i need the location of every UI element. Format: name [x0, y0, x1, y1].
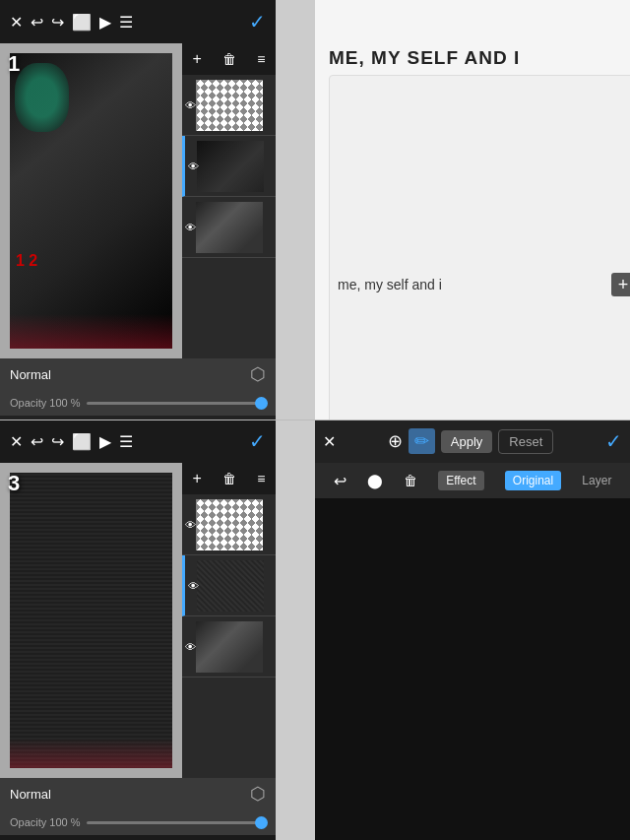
q1-blend-icon[interactable]: ⬡: [250, 363, 266, 385]
q1-menu-icon[interactable]: ☰: [119, 13, 133, 32]
q3-redo-icon[interactable]: ↪: [51, 432, 64, 451]
q1-blend-row: Normal ⬡: [0, 358, 276, 390]
q1-undo-icon[interactable]: ↩: [31, 13, 43, 32]
q4-apply-button[interactable]: Apply: [441, 430, 493, 453]
q1-topbar-left: ✕ ↩ ↪ ⬜ ▶ ☰: [10, 13, 133, 32]
q1-main-area: 1 1 2 + 🗑 ≡ 👁 👁 👁: [0, 43, 276, 358]
q3-undo-icon[interactable]: ↩: [31, 432, 43, 451]
q3-canvas-image: [10, 473, 172, 768]
q3-layer-3-thumb: [196, 621, 263, 673]
quadrant-4: ✕ ⊕ ✏ Apply Reset ✓ ↩ ⬤ 🗑 Effect Origina…: [315, 420, 630, 840]
q1-layer-3-thumb: [196, 202, 263, 253]
q1-layer-1-thumb: [196, 80, 263, 131]
q2-add-button[interactable]: +: [611, 273, 630, 296]
q3-menu-icon[interactable]: ☰: [119, 432, 133, 451]
q4-brush-icon[interactable]: ✏: [409, 428, 435, 454]
q3-delete-layer-icon[interactable]: 🗑: [222, 471, 236, 486]
q1-layer-panel: + 🗑 ≡ 👁 👁 👁: [182, 43, 276, 358]
q3-crop-icon[interactable]: ⬜: [72, 432, 92, 451]
q1-layers-toolbar: + 🗑 ≡: [182, 43, 276, 75]
q3-layer-1[interactable]: 👁: [182, 494, 276, 555]
q3-step-label: 3: [8, 471, 20, 496]
quadrant-2: ‹ P PicsArt Fonts 🛒 ✓ ME, MY SELF AND I …: [315, 0, 630, 420]
q1-blend-mode-label: Normal: [10, 367, 51, 382]
q1-play-icon[interactable]: ▶: [99, 13, 111, 32]
q3-layers-toolbar: + 🗑 ≡: [182, 463, 276, 494]
q3-topbar-right: ✓: [249, 429, 266, 453]
q3-layer-3[interactable]: 👁: [182, 616, 276, 678]
q3-blend-mode-label: Normal: [10, 787, 51, 802]
q3-bottom-toolbar: ⬜ ✏ ◉ ✛ A △ 📄 ≡: [0, 835, 276, 840]
q1-close-icon[interactable]: ✕: [10, 13, 23, 32]
q3-layer-1-thumb: [196, 499, 263, 550]
q1-layer-menu-icon[interactable]: ≡: [257, 51, 265, 67]
quadrant-3: ✕ ↩ ↪ ⬜ ▶ ☰ ✓ 3 + 🗑 ≡ 👁: [0, 420, 276, 840]
q1-opacity-thumb[interactable]: [255, 397, 268, 410]
q1-opacity-row: Opacity 100 %: [0, 390, 276, 416]
q3-blend-row: Normal ⬡: [0, 778, 276, 809]
q3-canvas[interactable]: 3: [0, 463, 182, 778]
q3-layer-3-eye[interactable]: 👁: [185, 641, 196, 653]
q1-crop-icon[interactable]: ⬜: [72, 13, 92, 32]
q3-layer-2-eye[interactable]: 👁: [188, 580, 199, 592]
q3-play-icon[interactable]: ▶: [99, 432, 111, 451]
row-divider: [0, 420, 630, 420]
q1-layer-2-eye[interactable]: 👁: [188, 161, 199, 172]
q1-layer-3[interactable]: 👁: [182, 197, 276, 258]
q3-close-icon[interactable]: ✕: [10, 432, 23, 451]
q3-opacity-slider[interactable]: [87, 821, 266, 824]
q4-tools-row: ↩ ⬤ 🗑 Effect Original Layer: [315, 463, 630, 498]
q1-check-icon[interactable]: ✓: [249, 10, 266, 33]
q3-layer-2[interactable]: 👁: [182, 555, 276, 616]
q3-layer-1-eye[interactable]: 👁: [185, 519, 196, 531]
q3-layer-panel: + 🗑 ≡ 👁 👁 👁: [182, 463, 276, 778]
q4-layer-label[interactable]: Layer: [582, 474, 611, 487]
q4-effect-button[interactable]: Effect: [438, 471, 483, 490]
q4-circle-tool[interactable]: ⬤: [367, 473, 383, 488]
q1-opacity-slider[interactable]: [87, 402, 266, 405]
q1-layer-2[interactable]: 👁: [182, 136, 276, 197]
q4-original-button[interactable]: Original: [505, 471, 561, 490]
q3-topbar: ✕ ↩ ↪ ⬜ ▶ ☰ ✓: [0, 420, 276, 463]
q3-opacity-thumb[interactable]: [255, 816, 268, 829]
q3-opacity-row: Opacity 100 %: [0, 809, 276, 835]
q3-check-icon[interactable]: ✓: [249, 429, 266, 453]
q1-topbar: ✕ ↩ ↪ ⬜ ▶ ☰ ✓: [0, 0, 276, 43]
q3-layer-2-thumb: [197, 560, 264, 612]
q1-layer-3-eye[interactable]: 👁: [185, 222, 196, 233]
q1-step-nums: 1 2: [16, 252, 37, 270]
q1-canvas[interactable]: 1 1 2: [0, 43, 182, 358]
q3-layer-menu-icon[interactable]: ≡: [257, 471, 265, 486]
q3-opacity-label: Opacity 100 %: [10, 816, 81, 828]
q1-delete-layer-icon[interactable]: 🗑: [222, 51, 236, 67]
q3-blend-icon[interactable]: ⬡: [250, 783, 266, 805]
q4-locate-icon[interactable]: ⊕: [388, 430, 403, 452]
q1-opacity-label: Opacity 100 %: [10, 397, 81, 409]
q4-reset-button[interactable]: Reset: [498, 429, 553, 454]
q1-redo-icon[interactable]: ↪: [51, 13, 64, 32]
q2-main-title: ME, MY SELF AND I: [315, 43, 630, 69]
q1-layer-2-thumb: [197, 141, 264, 192]
q4-check-icon[interactable]: ✓: [605, 429, 622, 453]
q1-step-label: 1: [8, 51, 20, 77]
q4-delete-icon[interactable]: 🗑: [404, 473, 417, 488]
quadrant-1: ✕ ↩ ↪ ⬜ ▶ ☰ ✓ 1 1 2 + 🗑 ≡ 👁: [0, 0, 276, 420]
q4-topbar-tools: ⊕ ✏ Apply Reset: [388, 428, 554, 454]
q4-undo-icon[interactable]: ↩: [334, 472, 346, 490]
q4-close-icon[interactable]: ✕: [323, 432, 336, 451]
q3-add-layer-icon[interactable]: +: [193, 470, 202, 487]
q1-add-layer-icon[interactable]: +: [193, 50, 202, 68]
q3-main-area: 3 + 🗑 ≡ 👁 👁 👁: [0, 463, 276, 778]
q1-canvas-image: [10, 53, 172, 349]
q3-topbar-left: ✕ ↩ ↪ ⬜ ▶ ☰: [10, 432, 133, 451]
q1-layer-1[interactable]: 👁: [182, 75, 276, 136]
q1-layer-1-eye[interactable]: 👁: [185, 99, 196, 111]
q4-topbar: ✕ ⊕ ✏ Apply Reset ✓: [315, 420, 630, 463]
q1-topbar-right: ✓: [249, 10, 266, 33]
